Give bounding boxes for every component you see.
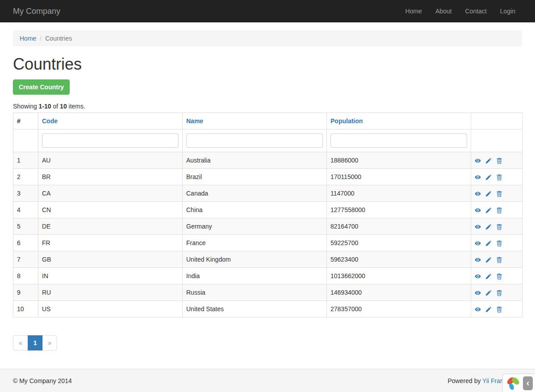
update-button[interactable]	[485, 255, 492, 264]
update-button[interactable]	[485, 189, 492, 198]
powered-by-text: Powered by	[447, 377, 482, 384]
trash-icon	[496, 207, 502, 213]
row-index: 10	[13, 301, 38, 317]
delete-button[interactable]	[496, 304, 502, 313]
main-content: Home / Countries Countries Create Countr…	[0, 30, 535, 350]
breadcrumb-home-link[interactable]: Home	[20, 35, 36, 42]
eye-icon	[475, 207, 481, 213]
trash-icon	[496, 273, 502, 279]
pencil-icon	[485, 290, 492, 296]
row-index: 1	[13, 152, 38, 169]
pagination-page-1[interactable]: 1	[28, 335, 43, 350]
sort-population-header[interactable]: Population	[330, 117, 363, 125]
footer: © My Company 2014 Powered by Yii Framewo…	[0, 369, 535, 392]
countries-grid: # Code Name Population 1 AU	[13, 113, 522, 317]
view-button[interactable]	[475, 172, 481, 181]
population-filter-input[interactable]	[330, 133, 467, 148]
code-filter-input[interactable]	[42, 133, 179, 148]
row-name: Australia	[183, 152, 327, 169]
delete-button[interactable]	[496, 288, 502, 297]
nav-item-home[interactable]: Home	[399, 0, 429, 22]
pagination-prev[interactable]: «	[13, 335, 28, 350]
name-filter-input[interactable]	[186, 133, 323, 148]
pencil-icon	[485, 257, 492, 263]
row-code: RU	[38, 284, 183, 301]
nav-item-login[interactable]: Login	[493, 0, 522, 22]
create-country-button[interactable]: Create Country	[13, 79, 70, 95]
view-button[interactable]	[475, 288, 481, 297]
view-button[interactable]	[475, 222, 481, 231]
delete-button[interactable]	[496, 205, 502, 214]
delete-button[interactable]	[496, 172, 502, 181]
row-index: 6	[13, 235, 38, 251]
view-button[interactable]	[475, 271, 481, 280]
view-button[interactable]	[475, 304, 481, 313]
update-button[interactable]	[485, 156, 492, 165]
yii-logo-icon	[506, 376, 520, 390]
page-title: Countries	[13, 55, 522, 73]
row-name: Germany	[183, 218, 327, 235]
update-button[interactable]	[485, 238, 492, 247]
row-population: 59623400	[327, 251, 471, 268]
row-population: 1013662000	[327, 268, 471, 284]
view-button[interactable]	[475, 156, 481, 165]
eye-icon	[475, 257, 481, 263]
row-index: 9	[13, 284, 38, 301]
row-code: IN	[38, 268, 183, 284]
table-row: 3 CA Canada 1147000	[13, 185, 522, 202]
update-button[interactable]	[485, 288, 492, 297]
filter-cell-empty	[13, 129, 38, 152]
pagination-next[interactable]: »	[42, 335, 58, 350]
table-row: 2 BR Brazil 170115000	[13, 169, 522, 185]
summary-range: 1-10	[39, 103, 51, 110]
grid-header-row: # Code Name Population	[13, 113, 522, 129]
row-population: 146934000	[327, 284, 471, 301]
sort-code-header[interactable]: Code	[42, 117, 58, 125]
delete-button[interactable]	[496, 189, 502, 198]
delete-button[interactable]	[496, 238, 502, 247]
eye-icon	[475, 158, 481, 164]
chevron-left-icon: ‹	[523, 376, 533, 390]
header-index: #	[13, 113, 38, 129]
eye-icon	[475, 191, 481, 197]
view-button[interactable]	[475, 238, 481, 247]
summary-suffix: items.	[67, 103, 85, 110]
update-button[interactable]	[485, 205, 492, 214]
row-index: 4	[13, 202, 38, 218]
eye-icon	[475, 174, 481, 180]
summary-total: 10	[60, 103, 67, 110]
delete-button[interactable]	[496, 255, 502, 264]
breadcrumb-separator: /	[36, 34, 45, 43]
debug-toolbar-toggle[interactable]: ‹	[502, 374, 535, 392]
grid-summary: Showing 1-10 of 10 items.	[13, 102, 522, 111]
filter-cell-actions	[471, 129, 522, 152]
nav-item-contact[interactable]: Contact	[458, 0, 493, 22]
row-code: GB	[38, 251, 183, 268]
row-index: 7	[13, 251, 38, 268]
row-name: France	[183, 235, 327, 251]
view-button[interactable]	[475, 189, 481, 198]
nav-item-about[interactable]: About	[429, 0, 459, 22]
pencil-icon	[485, 240, 492, 246]
table-row: 7 GB United Kingdom 59623400	[13, 251, 522, 268]
update-button[interactable]	[485, 304, 492, 313]
row-code: CA	[38, 185, 183, 202]
view-button[interactable]	[475, 255, 481, 264]
table-row: 8 IN India 1013662000	[13, 268, 522, 284]
delete-button[interactable]	[496, 271, 502, 280]
delete-button[interactable]	[496, 156, 502, 165]
delete-button[interactable]	[496, 222, 502, 231]
navbar-brand[interactable]: My Company	[13, 7, 60, 16]
navbar: My Company Home About Contact Login	[0, 0, 535, 22]
trash-icon	[496, 191, 502, 197]
sort-name-header[interactable]: Name	[186, 117, 203, 125]
update-button[interactable]	[485, 222, 492, 231]
row-code: DE	[38, 218, 183, 235]
row-population: 1147000	[327, 185, 471, 202]
pencil-icon	[485, 174, 492, 180]
pencil-icon	[485, 207, 492, 213]
view-button[interactable]	[475, 205, 481, 214]
update-button[interactable]	[485, 172, 492, 181]
row-population: 1277558000	[327, 202, 471, 218]
update-button[interactable]	[485, 271, 492, 280]
